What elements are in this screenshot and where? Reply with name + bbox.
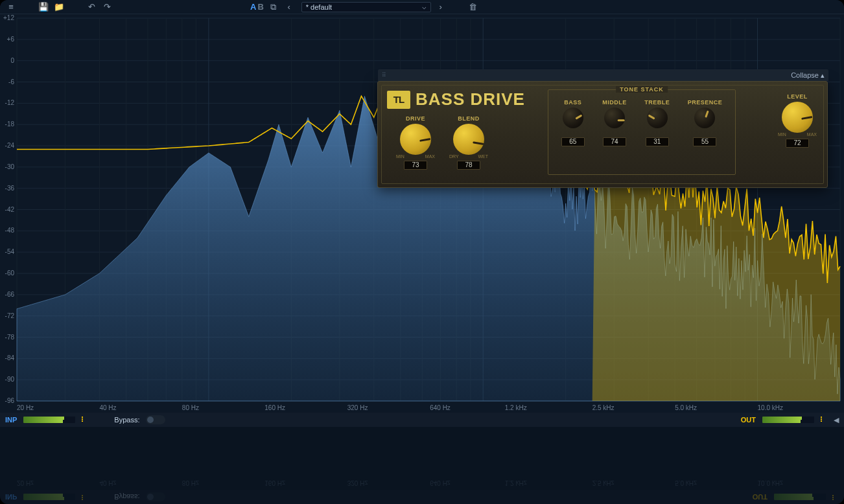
level-knob[interactable] <box>782 102 813 133</box>
blend-label: BLEND <box>458 115 480 122</box>
ab-compare[interactable]: A B <box>250 2 264 12</box>
svg-text:-24: -24 <box>5 142 15 149</box>
bass-label: BASS <box>564 99 581 106</box>
chevron-down-icon: ⌵ <box>422 3 427 11</box>
trash-icon[interactable]: 🗑 <box>467 1 479 13</box>
plugin-window: ≡ 💾 📁 ↶ ↷ A B ⧉ ‹ * default ⌵ › 🗑 Input … <box>0 0 844 504</box>
svg-text:40 Hz: 40 Hz <box>99 404 116 411</box>
svg-text:160 Hz: 160 Hz <box>264 404 285 411</box>
ab-a[interactable]: A <box>250 2 256 12</box>
svg-text:-78: -78 <box>5 334 15 341</box>
bypass-toggle[interactable] <box>146 415 165 424</box>
middle-knob[interactable] <box>604 108 625 128</box>
svg-text:-90: -90 <box>5 376 15 383</box>
svg-text:-6: -6 <box>8 78 14 86</box>
svg-text:-96: -96 <box>5 397 15 404</box>
drive-value[interactable]: 73 <box>404 161 427 170</box>
inp-meter-label: INP <box>5 416 17 424</box>
svg-text:-30: -30 <box>5 163 15 170</box>
treble-value[interactable]: 31 <box>646 137 669 146</box>
svg-text:10.0 kHz: 10.0 kHz <box>758 404 783 411</box>
preset-name: * default <box>306 3 332 11</box>
treble-knob[interactable] <box>647 108 668 128</box>
svg-text:-42: -42 <box>5 206 15 213</box>
svg-text:2.5 kHz: 2.5 kHz <box>592 404 615 411</box>
panel-header[interactable]: ⠿ Collapse ▴ <box>378 69 828 81</box>
svg-text:+12: +12 <box>3 14 14 21</box>
tone-stack-title: TONE STACK <box>616 86 668 93</box>
middle-control: MIDDLE 74 <box>602 99 627 146</box>
expand-icon[interactable]: ◀ <box>834 416 839 424</box>
svg-text:+6: +6 <box>7 36 15 43</box>
next-preset-icon[interactable]: › <box>435 1 447 13</box>
reflection: INP Bypass: OUT 20 Hz40 Hz80 Hz160 Hz320… <box>0 427 844 504</box>
drive-control: DRIVE MINMAX 73 <box>396 115 435 170</box>
presence-control: PRESENCE 55 <box>688 99 723 146</box>
redo-icon[interactable]: ↷ <box>101 1 113 13</box>
panel-title: TL BASS DRIVE <box>387 89 525 109</box>
level-control: LEVEL MINMAX 72 <box>778 93 817 148</box>
meter-bar: INP Bypass: OUT ◀ <box>0 413 844 427</box>
tone-stack: TONE STACK BASS 65 MIDDLE 74 TREBLE <box>548 89 736 175</box>
svg-text:160 Hz: 160 Hz <box>264 479 285 487</box>
undo-icon[interactable]: ↶ <box>86 1 97 13</box>
out-meter[interactable] <box>762 417 814 423</box>
svg-text:80 Hz: 80 Hz <box>182 404 199 411</box>
svg-text:1.2 kHz: 1.2 kHz <box>505 479 527 487</box>
bypass-label: Bypass: <box>114 416 139 424</box>
presence-knob[interactable] <box>694 108 715 128</box>
drive-label: DRIVE <box>406 115 425 122</box>
drive-knob[interactable] <box>400 124 431 155</box>
plugin-name: BASS DRIVE <box>416 89 525 109</box>
svg-text:40 Hz: 40 Hz <box>99 479 116 487</box>
preset-dropdown[interactable]: * default ⌵ <box>301 2 431 12</box>
collapse-button[interactable]: Collapse ▴ <box>791 71 825 80</box>
out-meter-ticks <box>821 417 827 423</box>
save-icon[interactable]: 💾 <box>38 1 49 13</box>
toolbar: ≡ 💾 📁 ↶ ↷ A B ⧉ ‹ * default ⌵ › 🗑 <box>0 0 844 14</box>
svg-text:320 Hz: 320 Hz <box>347 404 368 411</box>
svg-text:20 Hz: 20 Hz <box>17 479 34 487</box>
bass-knob[interactable] <box>563 108 583 128</box>
ab-b[interactable]: B <box>257 2 263 12</box>
svg-text:5.0 kHz: 5.0 kHz <box>675 404 697 411</box>
copy-icon[interactable]: ⧉ <box>268 1 279 13</box>
save-as-icon[interactable]: 📁 <box>53 1 65 13</box>
drive-blend-group: DRIVE MINMAX 73 BLEND DRYWET 78 <box>396 115 488 170</box>
presence-value[interactable]: 55 <box>693 137 716 146</box>
blend-value[interactable]: 78 <box>457 161 480 170</box>
level-value[interactable]: 72 <box>786 139 809 148</box>
grip-icon: ⠿ <box>382 72 385 78</box>
svg-text:-48: -48 <box>5 227 15 234</box>
middle-value[interactable]: 74 <box>603 137 626 146</box>
svg-text:640 Hz: 640 Hz <box>430 404 451 411</box>
bass-control: BASS 65 <box>561 99 585 146</box>
svg-text:0: 0 <box>10 57 14 64</box>
svg-text:1.2 kHz: 1.2 kHz <box>505 404 527 411</box>
blend-knob[interactable] <box>453 124 484 155</box>
menu-icon[interactable]: ≡ <box>5 1 17 13</box>
bass-value[interactable]: 65 <box>561 137 585 146</box>
brand-badge: TL <box>387 91 410 109</box>
svg-text:-84: -84 <box>5 354 15 361</box>
blend-range: DRYWET <box>449 154 488 159</box>
treble-label: TREBLE <box>644 99 670 106</box>
svg-text:-36: -36 <box>5 185 15 192</box>
svg-text:640 Hz: 640 Hz <box>430 479 451 487</box>
inp-meter[interactable] <box>23 417 75 423</box>
svg-text:10.0 kHz: 10.0 kHz <box>758 479 783 487</box>
svg-text:-66: -66 <box>5 291 15 298</box>
svg-text:2.5 kHz: 2.5 kHz <box>592 479 615 487</box>
inp-meter-ticks <box>82 417 88 423</box>
level-range: MINMAX <box>778 132 817 137</box>
svg-text:5.0 kHz: 5.0 kHz <box>675 479 697 487</box>
svg-text:20 Hz: 20 Hz <box>17 404 34 411</box>
svg-text:-18: -18 <box>5 120 15 128</box>
prev-preset-icon[interactable]: ‹ <box>283 1 295 13</box>
level-group: LEVEL MINMAX 72 <box>778 93 817 148</box>
svg-text:80 Hz: 80 Hz <box>182 479 199 487</box>
bass-drive-panel[interactable]: ⠿ Collapse ▴ TL BASS DRIVE DRIVE MINMAX … <box>377 81 828 188</box>
treble-control: TREBLE 31 <box>644 99 670 146</box>
svg-text:-12: -12 <box>5 99 15 106</box>
level-label: LEVEL <box>787 93 808 100</box>
